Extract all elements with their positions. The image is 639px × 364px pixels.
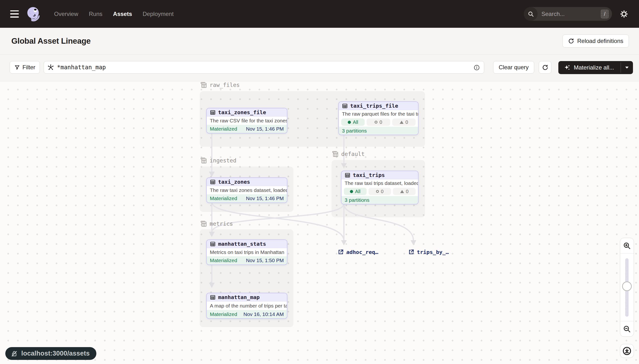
search-shortcut-badge: / (600, 10, 609, 18)
lineage-canvas[interactable]: raw_files ingested default metrics taxi_… (0, 81, 639, 364)
zoom-control-panel (620, 238, 634, 337)
browser-url-pill: localhost:3000/assets (5, 347, 96, 360)
group-label-metrics[interactable]: metrics (200, 220, 233, 228)
node-description: A map of the number of trips per taxi z… (207, 302, 287, 310)
table-icon (210, 294, 216, 300)
dagster-logo (26, 6, 42, 22)
triangle-icon (400, 190, 404, 193)
asset-node-manhattan-map[interactable]: manhattan_map A map of the number of tri… (206, 293, 287, 319)
refresh-graph-button[interactable] (539, 61, 551, 74)
tab-deployment[interactable]: Deployment (143, 10, 174, 18)
table-icon (210, 179, 216, 185)
table-icon (345, 172, 350, 178)
asset-group-icon (200, 157, 207, 164)
partitions-materialized-badge[interactable]: All (341, 118, 365, 126)
node-description: The raw taxi trips dataset, loaded into … (341, 179, 418, 187)
external-link-icon (338, 249, 344, 255)
page-title: Global Asset Lineage (11, 36, 91, 46)
partitions-missing-badge[interactable]: 0 (392, 118, 416, 126)
partition-health-row: All 0 0 (341, 187, 418, 196)
partition-health-row: All 0 0 (339, 118, 418, 127)
caret-down-icon (625, 66, 629, 69)
reload-definitions-button[interactable]: Reload definitions (562, 34, 629, 48)
filled-dot-icon (350, 190, 353, 193)
lock-slash-icon (11, 350, 18, 357)
node-description: The raw CSV file for the taxi zones dat… (207, 116, 287, 125)
node-description: Metrics on taxi trips in Manhattan (207, 248, 287, 256)
nav-tabs: Overview Runs Assets Deployment (54, 10, 174, 18)
menu-icon[interactable] (10, 10, 19, 18)
materialization-timestamp[interactable]: Nov 15, 1:46 PM (246, 126, 284, 132)
download-graph-button[interactable] (620, 344, 634, 358)
external-link-icon (408, 249, 414, 255)
tab-overview[interactable]: Overview (54, 10, 78, 18)
ring-dot-icon (375, 121, 377, 124)
asset-node-taxi-zones-file[interactable]: taxi_zones_file The raw CSV file for the… (206, 108, 287, 134)
status-badge: Materialized (210, 312, 237, 317)
status-badge: Materialized (210, 196, 237, 201)
status-badge: Materialized (210, 258, 237, 263)
sparkle-icon (564, 64, 571, 71)
materialize-dropdown-button[interactable] (621, 61, 633, 74)
filled-dot-icon (348, 121, 351, 124)
refresh-icon (568, 38, 574, 44)
materialization-timestamp[interactable]: Nov 16, 10:14 AM (243, 312, 284, 317)
download-icon (622, 346, 632, 356)
partitions-failed-badge[interactable]: 0 (369, 188, 391, 195)
partitions-missing-badge[interactable]: 0 (393, 188, 416, 195)
asset-group-icon (200, 220, 207, 228)
url-text: localhost:3000/assets (21, 350, 90, 357)
refresh-icon (542, 64, 548, 71)
info-icon[interactable] (473, 64, 480, 71)
filter-funnel-icon (14, 64, 20, 70)
table-icon (210, 110, 216, 116)
filter-button[interactable]: Filter (10, 61, 40, 74)
search-icon (524, 7, 537, 21)
table-icon (342, 103, 348, 109)
triangle-icon (400, 121, 404, 124)
page-header: Global Asset Lineage Reload definitions (0, 28, 639, 54)
node-description: The raw taxi zones dataset, loaded int… (207, 186, 287, 194)
status-badge: Materialized (210, 126, 237, 132)
group-label-raw-files[interactable]: raw_files (200, 81, 240, 88)
partitions-failed-badge[interactable]: 0 (367, 118, 390, 126)
zoom-slider-handle[interactable] (622, 282, 632, 291)
zoom-in-button[interactable] (620, 238, 634, 254)
group-label-ingested[interactable]: ingested (200, 157, 236, 164)
settings-gear-icon[interactable] (619, 9, 629, 19)
asset-group-icon (200, 81, 207, 88)
asset-selection-input[interactable] (57, 64, 470, 71)
asset-node-taxi-zones[interactable]: taxi_zones The raw taxi zones dataset, l… (206, 178, 287, 203)
zoom-out-icon (623, 325, 631, 333)
tab-assets[interactable]: Assets (113, 10, 132, 18)
materialize-all-button[interactable]: Materialize all... (558, 61, 633, 74)
lineage-toolbar: Filter Clear query (0, 54, 639, 81)
materialization-timestamp[interactable]: Nov 15, 1:50 PM (246, 258, 284, 263)
search-placeholder: Search... (541, 10, 565, 18)
group-label-default[interactable]: default (332, 150, 365, 158)
zoom-in-icon (623, 242, 631, 250)
materialization-timestamp[interactable]: Nov 15, 1:46 PM (246, 196, 284, 201)
asset-node-taxi-trips-file[interactable]: taxi_trips_file The raw parquet files fo… (338, 102, 418, 135)
partition-count: 3 partitions (345, 197, 369, 203)
partitions-materialized-badge[interactable]: All (344, 188, 367, 195)
asset-node-manhattan-stats[interactable]: manhattan_stats Metrics on taxi trips in… (206, 240, 287, 265)
asset-selection-input-wrap (44, 61, 484, 74)
clear-query-button[interactable]: Clear query (493, 61, 534, 74)
table-icon (210, 241, 216, 247)
asset-group-icon (332, 150, 339, 158)
asset-graph-icon (47, 64, 54, 71)
node-description: The raw parquet files for the taxi trips… (339, 110, 418, 118)
search-input[interactable]: Search... / (524, 7, 612, 21)
asset-node-taxi-trips[interactable]: taxi_trips The raw taxi trips dataset, l… (341, 171, 418, 204)
tab-runs[interactable]: Runs (89, 10, 102, 18)
external-asset-trips-by-week[interactable]: trips_by_… (408, 249, 449, 255)
partition-count: 3 partitions (342, 128, 367, 134)
ring-dot-icon (376, 190, 379, 193)
top-nav: Overview Runs Assets Deployment Search..… (0, 0, 639, 28)
zoom-out-button[interactable] (620, 321, 634, 336)
external-asset-adhoc-request[interactable]: adhoc_req… (338, 249, 378, 255)
